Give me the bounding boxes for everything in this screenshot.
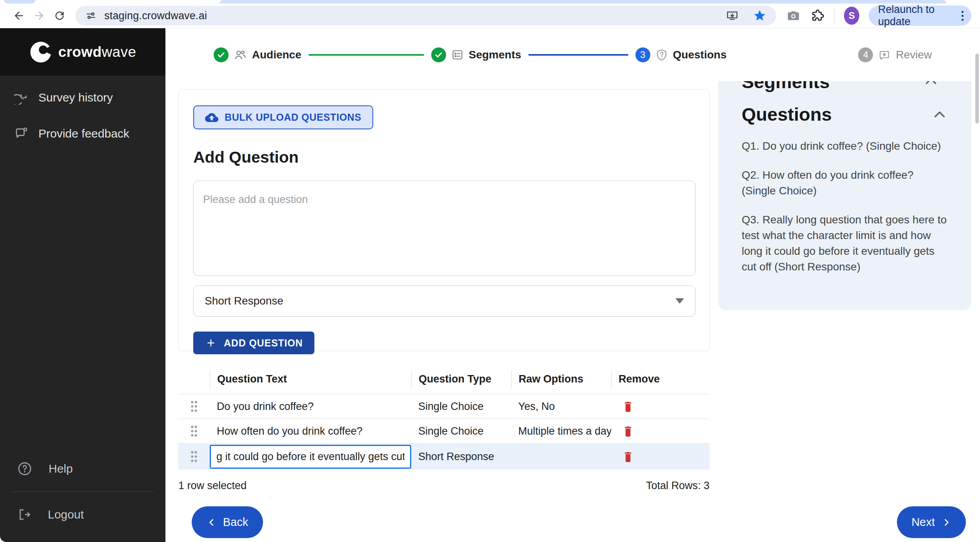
browser-menu-icon[interactable] (959, 11, 966, 21)
sidebar-item-provide-feedback[interactable]: Provide feedback (0, 121, 165, 146)
column-header-question-type: Question Type (411, 370, 511, 389)
browser-toolbar: staging.crowdwave.ai S Relaunch to updat… (0, 4, 980, 28)
extensions-puzzle-icon[interactable] (810, 7, 825, 24)
chevron-right-icon (941, 517, 951, 527)
stepper-step-questions[interactable]: 3 Questions (635, 47, 727, 62)
table-row[interactable]: How often do you drink coffee? Single Ch… (178, 419, 710, 443)
trash-icon (622, 450, 634, 463)
sidebar-item-label: Logout (48, 508, 84, 521)
cell-question-text: How often do you drink coffee? (210, 425, 411, 437)
crowdwave-logo-text: crowdwave (58, 44, 136, 60)
sidebar-item-survey-history[interactable]: Survey history (0, 85, 165, 110)
url-text[interactable]: staging.crowdwave.ai (104, 10, 207, 22)
back-nav-icon[interactable] (9, 5, 29, 26)
add-question-button[interactable]: ADD QUESTION (193, 332, 314, 354)
questions-table: Question Text Question Type Raw Options … (178, 364, 710, 492)
sidebar-item-logout[interactable]: Logout (0, 502, 165, 527)
feedback-icon (14, 127, 28, 141)
stepper-step-audience[interactable]: Audience (214, 47, 301, 62)
delete-row-button[interactable] (611, 400, 710, 413)
stepper-connector-active (528, 54, 628, 56)
trash-icon (622, 400, 634, 413)
total-rows-count: Total Rows: 3 (646, 480, 710, 492)
cell-raw-options: Multiple times a day, O (511, 425, 611, 437)
logout-icon (17, 508, 31, 522)
drag-handle-icon[interactable] (178, 400, 210, 413)
stepper-gap (733, 54, 851, 56)
table-footer: 1 row selected Total Rows: 3 (178, 480, 710, 492)
profile-avatar[interactable]: S (844, 7, 859, 25)
step-label: Segments (469, 49, 521, 61)
chevron-left-icon (207, 517, 217, 527)
step-complete-check-icon (431, 47, 446, 62)
summary-questions-title: Questions (742, 103, 832, 125)
chevron-down-icon (675, 298, 684, 304)
stepper: Audience Segments 3 Questions 4 (214, 47, 932, 62)
bulk-upload-label: BULK UPLOAD QUESTIONS (225, 112, 361, 123)
add-question-button-label: ADD QUESTION (224, 337, 303, 349)
question-type-value: Short Response (205, 295, 283, 307)
toolbar-divider (834, 9, 835, 23)
question-text-edit-input[interactable] (210, 445, 411, 469)
install-app-icon[interactable] (724, 7, 741, 24)
cell-question-type: Single Choice (411, 425, 511, 437)
stepper-step-review[interactable]: 4 Review (858, 47, 932, 62)
tab-strip-fragment (4, 0, 35, 4)
summary-question-item: Q3. Really long question that goes here … (742, 212, 948, 275)
relaunch-to-update-button[interactable]: Relaunch to update (869, 5, 971, 26)
page-scrollbar-thumb[interactable] (975, 54, 979, 123)
back-button-label: Back (223, 516, 248, 529)
drag-handle-icon[interactable] (178, 450, 210, 463)
delete-row-button[interactable] (611, 424, 710, 438)
add-question-card: BULK UPLOAD QUESTIONS Add Question Short… (178, 89, 710, 351)
question-text-input[interactable] (193, 181, 695, 276)
relaunch-label: Relaunch to update (878, 4, 953, 28)
audience-icon (234, 48, 247, 62)
step-number-badge: 4 (858, 47, 873, 62)
url-bar[interactable]: staging.crowdwave.ai (75, 6, 776, 25)
browser-chrome: staging.crowdwave.ai S Relaunch to updat… (0, 0, 980, 28)
main-content: BULK UPLOAD QUESTIONS Add Question Short… (165, 81, 980, 542)
table-row[interactable]: Do you drink coffee? Single Choice Yes, … (178, 394, 710, 419)
segments-icon (451, 49, 464, 61)
bookmark-star-icon[interactable] (751, 7, 768, 24)
site-settings-icon[interactable] (83, 8, 99, 24)
column-header-raw-options: Raw Options (511, 370, 611, 389)
question-type-select[interactable]: Short Response (193, 285, 695, 317)
wizard-header: Audience Segments 3 Questions 4 (165, 28, 980, 81)
delete-row-button[interactable] (611, 450, 710, 463)
sidebar-item-label: Provide feedback (38, 127, 129, 140)
table-row-selected[interactable]: Short Response (178, 443, 710, 469)
tab-strip-fragment (220, 0, 947, 4)
step-number-badge: 3 (635, 47, 650, 62)
trash-icon (622, 424, 634, 438)
drag-handle-icon[interactable] (178, 424, 210, 438)
step-label: Review (896, 49, 932, 61)
review-icon (878, 49, 891, 61)
collapse-questions-icon[interactable] (931, 108, 948, 121)
crowdwave-logo-mark (29, 41, 52, 63)
sidebar-item-help[interactable]: Help (0, 456, 165, 481)
add-question-title: Add Question (193, 148, 695, 167)
stepper-step-segments[interactable]: Segments (431, 47, 521, 62)
questions-shield-icon (655, 49, 668, 61)
collapse-segments-icon[interactable] (923, 81, 939, 87)
forward-nav-icon[interactable] (29, 5, 49, 26)
summary-question-item: Q1. Do you drink coffee? (Single Choice) (742, 138, 948, 154)
reload-icon[interactable] (49, 5, 70, 26)
back-button[interactable]: Back (192, 506, 263, 538)
cloud-upload-icon (205, 111, 218, 124)
column-header-question-text: Question Text (210, 370, 411, 389)
column-header-remove: Remove (611, 370, 710, 389)
next-button[interactable]: Next (897, 506, 966, 538)
bulk-upload-questions-button[interactable]: BULK UPLOAD QUESTIONS (193, 105, 373, 129)
summary-question-item: Q2. How often do you drink coffee? (Sing… (742, 167, 948, 199)
survey-summary-panel: Segments Questions Q1. Do you drink coff… (718, 81, 971, 310)
help-icon (17, 461, 32, 476)
cell-question-type: Single Choice (411, 401, 511, 413)
selection-status: 1 row selected (178, 480, 247, 492)
step-label: Questions (673, 49, 727, 61)
summary-segments-title: Segments (742, 81, 948, 92)
table-header-row: Question Text Question Type Raw Options … (178, 364, 710, 394)
screenshot-camera-icon[interactable] (786, 7, 801, 24)
